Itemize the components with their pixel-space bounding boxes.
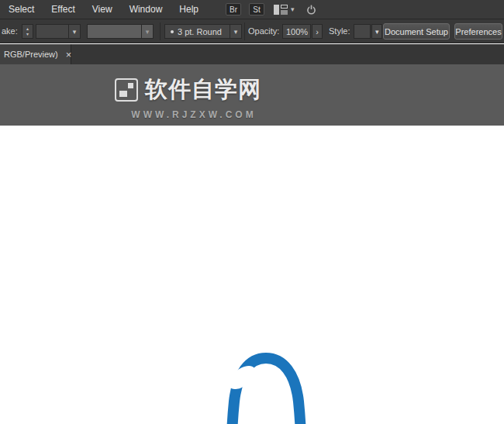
pasteboard[interactable]: 软件自学网 WWW.RJZXW.COM <box>0 64 504 126</box>
opacity-label: Opacity: <box>248 26 279 36</box>
document-tab-title: RGB/Preview) <box>4 50 58 59</box>
bridge-icon[interactable]: Br <box>226 3 241 16</box>
stroke-label: ake: <box>2 26 18 36</box>
power-icon <box>306 4 317 16</box>
opacity-options-button[interactable]: › <box>312 24 323 39</box>
control-bar: ake: ▴ ▾ ▾ ▾ 3 pt. Round ▾ Opacity: 100% <box>0 19 504 43</box>
stepper-down-icon: ▾ <box>26 32 29 37</box>
menu-bar: Select Effect View Window Help Br St ▾ <box>0 0 504 19</box>
watermark-title: 软件自学网 <box>145 74 261 105</box>
illustrator-window: Select Effect View Window Help Br St ▾ a… <box>0 0 504 424</box>
separator <box>160 22 161 40</box>
variable-width-dropdown[interactable]: ▾ <box>87 24 154 39</box>
artboard[interactable] <box>0 126 504 424</box>
brush-preview-icon <box>171 30 174 33</box>
stock-icon[interactable]: St <box>249 3 264 16</box>
watermark: 软件自学网 WWW.RJZXW.COM <box>115 74 273 120</box>
chevron-right-icon: › <box>312 27 322 36</box>
menu-help[interactable]: Help <box>171 0 207 19</box>
menu-view[interactable]: View <box>84 0 121 19</box>
stroke-weight-dropdown[interactable]: ▾ <box>36 24 81 39</box>
menu-select[interactable]: Select <box>0 0 43 19</box>
style-dropdown-button[interactable]: ▾ <box>371 24 382 39</box>
opacity-input[interactable]: 100% <box>282 24 311 39</box>
document-tab[interactable]: RGB/Preview) × <box>0 44 71 64</box>
watermark-logo-icon <box>115 78 138 102</box>
bottle-logo-artwork[interactable] <box>215 347 316 424</box>
chevron-down-icon: ▾ <box>68 25 80 38</box>
chevron-down-icon: ▾ <box>141 25 153 38</box>
brush-name: 3 pt. Round <box>178 27 222 36</box>
menu-window[interactable]: Window <box>121 0 171 19</box>
style-swatch[interactable] <box>354 24 371 39</box>
document-tab-bar: RGB/Preview) × <box>0 44 504 64</box>
menu-effect[interactable]: Effect <box>43 0 83 19</box>
close-icon[interactable]: × <box>66 49 72 60</box>
stepper-up-icon: ▴ <box>26 26 29 32</box>
stroke-stepper[interactable]: ▴ ▾ <box>22 24 33 39</box>
document-setup-button[interactable]: Document Setup <box>383 23 450 40</box>
separator <box>244 22 245 40</box>
brush-definition-dropdown[interactable]: 3 pt. Round ▾ <box>164 24 242 39</box>
watermark-url: WWW.RJZXW.COM <box>115 109 273 120</box>
chevron-down-icon[interactable]: ▾ <box>291 5 295 13</box>
chevron-down-icon: ▾ <box>230 25 241 38</box>
style-label: Style: <box>329 26 350 36</box>
preferences-button[interactable]: Preferences <box>454 23 502 40</box>
workspace-switcher-icon[interactable] <box>274 5 288 15</box>
gpu-performance-icon[interactable] <box>306 4 317 16</box>
chevron-down-icon: ▾ <box>372 28 382 36</box>
